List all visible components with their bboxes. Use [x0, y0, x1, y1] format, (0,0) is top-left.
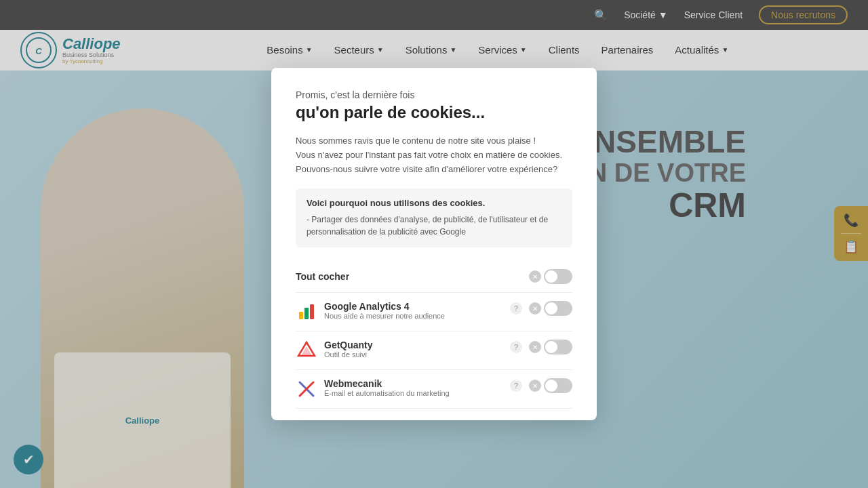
- toggle-thumb: [545, 380, 557, 392]
- webmecanik-info: Webmecanik E-mail et automatisation du m…: [324, 378, 503, 397]
- service-row-getquanty: GetQuanty Outil de suivi ? ✕: [296, 331, 572, 370]
- webmecanik-name: Webmecanik: [324, 378, 503, 389]
- svg-rect-3: [304, 308, 309, 319]
- getquanty-name: GetQuanty: [324, 340, 503, 350]
- getquanty-help-icon[interactable]: ?: [510, 341, 522, 353]
- toggle-x-icon[interactable]: ✕: [529, 302, 541, 314]
- getquanty-toggle[interactable]: ✕: [529, 340, 572, 354]
- modal-why-text: - Partager des données d'analyse, de pub…: [307, 214, 561, 238]
- toggle-x-icon[interactable]: ✕: [529, 270, 541, 283]
- toggle-thumb: [545, 270, 557, 283]
- toggle-x-icon[interactable]: ✕: [529, 341, 541, 353]
- analytics-icon: [296, 301, 317, 323]
- webmecanik-toggle[interactable]: ✕: [529, 378, 572, 393]
- toggle-thumb: [545, 302, 557, 314]
- toggle-x-icon[interactable]: ✕: [529, 380, 541, 392]
- tout-cocher-toggle[interactable]: ✕: [529, 269, 572, 284]
- service-row-analytics: Google Analytics 4 Nous aide à mesurer n…: [296, 293, 572, 331]
- modal-subtitle: Promis, c'est la dernière fois: [296, 89, 572, 100]
- getquanty-desc: Outil de suivi: [324, 350, 503, 359]
- toggle-track[interactable]: [544, 340, 572, 354]
- modal-intro-line3: Pouvons-nous suivre votre visite afin d'…: [296, 163, 572, 177]
- toggle-track[interactable]: [544, 269, 572, 284]
- analytics-name: Google Analytics 4: [324, 301, 503, 312]
- svg-rect-2: [299, 312, 303, 319]
- tout-cocher-label: Tout cocher: [296, 271, 349, 282]
- modal-intro-line1: Nous sommes ravis que le contenu de notr…: [296, 134, 572, 148]
- modal-overlay: Promis, c'est la dernière fois qu'on par…: [0, 0, 868, 488]
- analytics-info: Google Analytics 4 Nous aide à mesurer n…: [324, 301, 503, 320]
- modal-why-box: Voici pourquoi nous utilisons des cookie…: [296, 188, 572, 247]
- analytics-desc: Nous aide à mesurer notre audience: [324, 312, 503, 320]
- toggle-thumb: [545, 341, 557, 353]
- svg-rect-4: [310, 304, 314, 319]
- modal-title: qu'on parle de cookies...: [296, 103, 572, 122]
- webmecanik-icon: [296, 378, 317, 400]
- cookie-modal: Promis, c'est la dernière fois qu'on par…: [271, 68, 597, 420]
- toggle-track[interactable]: [544, 378, 572, 393]
- modal-footer: Fermer OK pour moi: [296, 409, 572, 420]
- webmecanik-help-icon[interactable]: ?: [510, 380, 522, 392]
- getquanty-icon: [296, 340, 317, 361]
- analytics-help-icon[interactable]: ?: [510, 302, 522, 314]
- service-row-webmecanik: Webmecanik E-mail et automatisation du m…: [296, 370, 572, 409]
- getquanty-info: GetQuanty Outil de suivi: [324, 340, 503, 359]
- webmecanik-desc: E-mail et automatisation du marketing: [324, 389, 503, 397]
- modal-intro: Nous sommes ravis que le contenu de notr…: [296, 134, 572, 176]
- tout-cocher-row: Tout cocher ✕: [296, 261, 572, 293]
- toggle-track[interactable]: [544, 301, 572, 316]
- modal-why-title: Voici pourquoi nous utilisons des cookie…: [307, 198, 561, 208]
- analytics-toggle[interactable]: ✕: [529, 301, 572, 316]
- modal-intro-line2: Vous n'avez pour l'instant pas fait votr…: [296, 148, 572, 163]
